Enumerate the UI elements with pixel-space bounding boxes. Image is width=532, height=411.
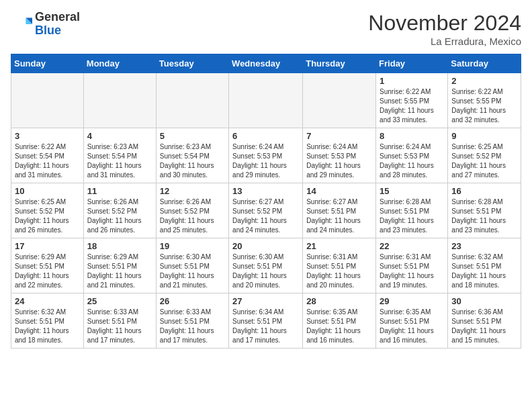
day-number: 24 [15,296,80,306]
day-cell: 15Sunrise: 6:28 AMSunset: 5:51 PMDayligh… [376,183,448,238]
day-number: 6 [232,131,299,141]
day-number: 1 [380,76,444,86]
week-row-1: 1Sunrise: 6:22 AMSunset: 5:55 PMDaylight… [11,73,521,128]
day-number: 4 [87,131,152,141]
day-cell: 16Sunrise: 6:28 AMSunset: 5:51 PMDayligh… [448,183,521,238]
col-header-thursday: Thursday [303,54,376,73]
day-info: Sunrise: 6:29 AMSunset: 5:51 PMDaylight:… [15,253,80,290]
day-number: 26 [160,296,225,306]
day-cell: 5Sunrise: 6:23 AMSunset: 5:54 PMDaylight… [156,128,228,183]
logo-icon [11,13,32,35]
logo-general: General [35,11,80,24]
day-number: 7 [306,131,372,141]
day-info: Sunrise: 6:23 AMSunset: 5:54 PMDaylight:… [87,142,152,180]
day-cell: 27Sunrise: 6:34 AMSunset: 5:51 PMDayligh… [229,293,303,349]
day-info: Sunrise: 6:27 AMSunset: 5:52 PMDaylight:… [232,197,299,235]
day-info: Sunrise: 6:31 AMSunset: 5:51 PMDaylight:… [380,253,444,290]
day-cell: 4Sunrise: 6:23 AMSunset: 5:54 PMDaylight… [83,128,156,183]
day-number: 19 [160,241,225,251]
day-cell: 6Sunrise: 6:24 AMSunset: 5:53 PMDaylight… [229,128,303,183]
day-cell: 11Sunrise: 6:26 AMSunset: 5:52 PMDayligh… [83,183,156,238]
col-header-sunday: Sunday [11,54,84,73]
week-row-5: 24Sunrise: 6:32 AMSunset: 5:51 PMDayligh… [11,293,521,349]
day-info: Sunrise: 6:30 AMSunset: 5:51 PMDaylight:… [232,253,299,290]
day-info: Sunrise: 6:28 AMSunset: 5:51 PMDaylight:… [380,197,444,235]
day-cell [229,73,303,128]
day-cell: 23Sunrise: 6:32 AMSunset: 5:51 PMDayligh… [448,238,521,293]
day-number: 11 [87,186,152,196]
day-number: 9 [451,131,517,141]
day-cell: 2Sunrise: 6:22 AMSunset: 5:55 PMDaylight… [448,73,521,128]
day-number: 8 [380,131,444,141]
calendar-header-row: SundayMondayTuesdayWednesdayThursdayFrid… [11,54,521,73]
day-info: Sunrise: 6:36 AMSunset: 5:51 PMDaylight:… [451,308,517,345]
day-number: 25 [87,296,152,306]
day-number: 29 [380,296,444,306]
day-cell: 7Sunrise: 6:24 AMSunset: 5:53 PMDaylight… [303,128,376,183]
day-info: Sunrise: 6:26 AMSunset: 5:52 PMDaylight:… [160,197,225,235]
day-info: Sunrise: 6:22 AMSunset: 5:54 PMDaylight:… [15,142,80,180]
day-cell: 19Sunrise: 6:30 AMSunset: 5:51 PMDayligh… [156,238,228,293]
day-info: Sunrise: 6:29 AMSunset: 5:51 PMDaylight:… [87,253,152,290]
day-info: Sunrise: 6:30 AMSunset: 5:51 PMDaylight:… [160,253,225,290]
week-row-3: 10Sunrise: 6:25 AMSunset: 5:52 PMDayligh… [11,183,521,238]
day-cell: 25Sunrise: 6:33 AMSunset: 5:51 PMDayligh… [83,293,156,349]
day-info: Sunrise: 6:26 AMSunset: 5:52 PMDaylight:… [87,197,152,235]
page-header: General Blue November 2024 La Erradura, … [11,11,521,47]
day-number: 12 [160,186,225,196]
day-info: Sunrise: 6:31 AMSunset: 5:51 PMDaylight:… [306,253,372,290]
day-number: 2 [451,76,517,86]
day-number: 18 [87,241,152,251]
day-number: 14 [306,186,372,196]
day-number: 27 [232,296,299,306]
day-number: 30 [451,296,517,306]
day-cell: 3Sunrise: 6:22 AMSunset: 5:54 PMDaylight… [11,128,84,183]
col-header-wednesday: Wednesday [229,54,303,73]
day-info: Sunrise: 6:32 AMSunset: 5:51 PMDaylight:… [451,253,517,290]
day-number: 13 [232,186,299,196]
day-number: 15 [380,186,444,196]
week-row-2: 3Sunrise: 6:22 AMSunset: 5:54 PMDaylight… [11,128,521,183]
day-cell [83,73,156,128]
day-info: Sunrise: 6:27 AMSunset: 5:51 PMDaylight:… [306,197,372,235]
day-info: Sunrise: 6:32 AMSunset: 5:51 PMDaylight:… [15,308,80,345]
day-info: Sunrise: 6:22 AMSunset: 5:55 PMDaylight:… [380,87,444,125]
day-info: Sunrise: 6:24 AMSunset: 5:53 PMDaylight:… [232,142,299,180]
day-number: 22 [380,241,444,251]
day-cell: 17Sunrise: 6:29 AMSunset: 5:51 PMDayligh… [11,238,84,293]
day-number: 21 [306,241,372,251]
day-number: 16 [451,186,517,196]
day-info: Sunrise: 6:33 AMSunset: 5:51 PMDaylight:… [87,308,152,345]
day-info: Sunrise: 6:24 AMSunset: 5:53 PMDaylight:… [380,142,444,180]
day-info: Sunrise: 6:24 AMSunset: 5:53 PMDaylight:… [306,142,372,180]
day-number: 23 [451,241,517,251]
day-cell: 29Sunrise: 6:35 AMSunset: 5:51 PMDayligh… [376,293,448,349]
day-cell [303,73,376,128]
col-header-tuesday: Tuesday [156,54,228,73]
day-cell: 21Sunrise: 6:31 AMSunset: 5:51 PMDayligh… [303,238,376,293]
day-number: 17 [15,241,80,251]
day-info: Sunrise: 6:23 AMSunset: 5:54 PMDaylight:… [160,142,225,180]
day-cell: 10Sunrise: 6:25 AMSunset: 5:52 PMDayligh… [11,183,84,238]
day-info: Sunrise: 6:22 AMSunset: 5:55 PMDaylight:… [451,87,517,125]
day-cell: 8Sunrise: 6:24 AMSunset: 5:53 PMDaylight… [376,128,448,183]
day-cell: 28Sunrise: 6:35 AMSunset: 5:51 PMDayligh… [303,293,376,349]
day-cell: 30Sunrise: 6:36 AMSunset: 5:51 PMDayligh… [448,293,521,349]
day-cell [156,73,228,128]
day-number: 3 [15,131,80,141]
day-info: Sunrise: 6:34 AMSunset: 5:51 PMDaylight:… [232,308,299,345]
day-info: Sunrise: 6:35 AMSunset: 5:51 PMDaylight:… [306,308,372,345]
day-cell: 12Sunrise: 6:26 AMSunset: 5:52 PMDayligh… [156,183,228,238]
day-info: Sunrise: 6:33 AMSunset: 5:51 PMDaylight:… [160,308,225,345]
col-header-monday: Monday [83,54,156,73]
logo-blue: Blue [35,24,80,38]
day-cell: 1Sunrise: 6:22 AMSunset: 5:55 PMDaylight… [376,73,448,128]
day-cell: 26Sunrise: 6:33 AMSunset: 5:51 PMDayligh… [156,293,228,349]
month-title: November 2024 [368,11,521,36]
day-number: 5 [160,131,225,141]
col-header-saturday: Saturday [448,54,521,73]
day-number: 10 [15,186,80,196]
week-row-4: 17Sunrise: 6:29 AMSunset: 5:51 PMDayligh… [11,238,521,293]
day-info: Sunrise: 6:25 AMSunset: 5:52 PMDaylight:… [451,142,517,180]
day-cell: 14Sunrise: 6:27 AMSunset: 5:51 PMDayligh… [303,183,376,238]
